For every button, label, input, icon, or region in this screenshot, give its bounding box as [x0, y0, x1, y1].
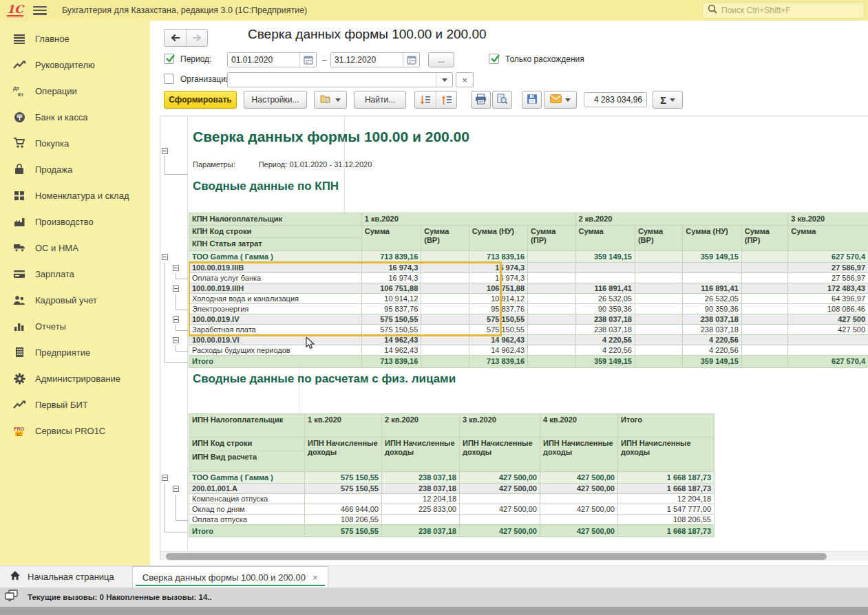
collapse-report-button[interactable]: [162, 148, 168, 154]
row-label[interactable]: Оплата услуг банка: [189, 272, 362, 283]
value-cell[interactable]: 1 668 187,73: [618, 472, 714, 484]
search-input[interactable]: [721, 6, 852, 15]
value-cell[interactable]: 359 149,15: [575, 355, 635, 367]
value-cell[interactable]: 713 839,16: [361, 250, 421, 262]
sidebar-item-1[interactable]: Главное: [0, 25, 150, 52]
value-cell[interactable]: 108 206,55: [618, 515, 714, 525]
settings-button[interactable]: Настройки...: [244, 91, 307, 109]
period-checkbox[interactable]: [164, 54, 174, 64]
row-label[interactable]: ТОО Gamma ( Гамма ): [189, 472, 305, 484]
header-cell[interactable]: 4 кв.2020: [540, 414, 618, 438]
header-cell[interactable]: Сумма (ВР): [635, 226, 682, 250]
header-cell[interactable]: 1 кв.2020: [305, 414, 382, 438]
row-label[interactable]: Компенсация отпуска: [189, 494, 305, 504]
value-cell[interactable]: 10 914,12: [361, 293, 421, 303]
value-cell[interactable]: 575 150,55: [305, 484, 382, 494]
value-cell[interactable]: [635, 303, 682, 314]
value-cell[interactable]: 108 086,46: [788, 303, 868, 314]
value-cell[interactable]: 225 833,00: [382, 504, 460, 515]
value-cell[interactable]: 4 220,56: [575, 334, 635, 345]
header-cell[interactable]: 1 кв.2020: [361, 213, 575, 226]
sidebar-item-9[interactable]: ОС и НМА: [0, 235, 150, 261]
value-cell[interactable]: 4 220,56: [683, 334, 741, 345]
value-cell[interactable]: [460, 494, 540, 504]
header-cell[interactable]: 2 кв.2020: [382, 414, 460, 438]
row-label[interactable]: Заработная плата: [189, 324, 362, 334]
value-cell[interactable]: 16 974,3: [361, 262, 421, 272]
row-label[interactable]: Итого: [189, 355, 362, 367]
sidebar-item-4[interactable]: Банк и касса: [0, 104, 150, 130]
table-row[interactable]: Оклад по дням466 944,00225 833,00427 500…: [189, 504, 714, 515]
value-cell[interactable]: [741, 334, 787, 345]
value-cell[interactable]: [683, 272, 741, 283]
value-cell[interactable]: [528, 283, 575, 293]
header-cell[interactable]: ИПН Начисленные доходы: [305, 438, 382, 472]
value-cell[interactable]: [421, 303, 469, 314]
value-cell[interactable]: 64 396,97: [788, 293, 868, 303]
value-cell[interactable]: 14 962,43: [469, 334, 527, 345]
sidebar-item-5[interactable]: Покупка: [0, 130, 150, 156]
calendar-icon[interactable]: [299, 53, 316, 67]
value-cell[interactable]: [421, 250, 469, 262]
value-cell[interactable]: 627 570,4: [788, 250, 868, 262]
value-cell[interactable]: [683, 262, 741, 272]
find-button[interactable]: Найти...: [354, 91, 406, 109]
value-cell[interactable]: [741, 293, 787, 303]
row-label[interactable]: Расходы будущих периодов: [189, 345, 362, 355]
row-label[interactable]: ТОО Gamma ( Гамма ): [189, 250, 362, 262]
value-cell[interactable]: [421, 355, 469, 367]
value-cell[interactable]: [528, 293, 575, 303]
row-label[interactable]: Оклад по дням: [189, 504, 305, 515]
value-cell[interactable]: 427 500,00: [460, 504, 540, 515]
sum-button[interactable]: Σ: [653, 91, 683, 109]
value-cell[interactable]: 427 500: [788, 314, 868, 324]
sidebar-item-10[interactable]: Зарплата: [0, 261, 150, 287]
header-cell[interactable]: Итого: [618, 414, 714, 438]
sidebar-item-12[interactable]: Отчеты: [0, 313, 150, 339]
period-from-input[interactable]: [228, 53, 299, 67]
value-cell[interactable]: 427 500,00: [540, 484, 618, 494]
value-cell[interactable]: 1 668 187,73: [618, 484, 714, 494]
value-cell[interactable]: 90 359,36: [575, 303, 635, 314]
value-cell[interactable]: [635, 262, 682, 272]
horizontal-scrollbar[interactable]: [160, 551, 868, 561]
report-variants-button[interactable]: [314, 91, 347, 109]
value-cell[interactable]: 627 570,4: [788, 355, 868, 367]
value-cell[interactable]: 1 547 777,00: [618, 504, 714, 515]
main-menu-icon[interactable]: [33, 6, 47, 15]
collapse-group-button[interactable]: [162, 254, 168, 260]
value-cell[interactable]: [421, 293, 469, 303]
collapse-groups-icon[interactable]: [436, 91, 456, 108]
value-cell[interactable]: [741, 345, 787, 355]
value-cell[interactable]: 14 962,43: [361, 334, 421, 345]
header-cell[interactable]: Сумма: [575, 226, 635, 250]
value-cell[interactable]: [635, 345, 682, 355]
value-cell[interactable]: 575 150,55: [361, 324, 421, 334]
value-cell[interactable]: 575 150,55: [305, 472, 382, 484]
collapse-group-button[interactable]: [173, 265, 179, 271]
value-cell[interactable]: 359 149,15: [575, 250, 635, 262]
value-cell[interactable]: [635, 293, 682, 303]
value-cell[interactable]: [635, 324, 682, 334]
value-cell[interactable]: 106 751,88: [469, 283, 527, 293]
collapse-group-button[interactable]: [173, 285, 179, 292]
table-row[interactable]: Итого575 150,55238 037,18427 500,00427 5…: [189, 525, 714, 537]
sidebar-item-2[interactable]: Руководителю: [0, 52, 150, 78]
value-cell[interactable]: 713 839,16: [361, 355, 421, 367]
row-label[interactable]: Оплата отпуска: [189, 515, 305, 525]
value-cell[interactable]: 14 962,43: [469, 345, 527, 355]
value-cell[interactable]: 95 837,76: [361, 303, 421, 314]
chevron-down-icon[interactable]: [436, 73, 452, 87]
header-cell[interactable]: 2 кв.2020: [575, 213, 788, 226]
value-cell[interactable]: [741, 303, 787, 314]
only-differences-checkbox[interactable]: [489, 54, 499, 64]
value-cell[interactable]: [421, 324, 469, 334]
value-cell[interactable]: 359 149,15: [683, 250, 741, 262]
period-to-input[interactable]: [331, 53, 403, 67]
global-search[interactable]: [702, 2, 865, 19]
value-cell[interactable]: 106 751,88: [361, 283, 421, 293]
value-cell[interactable]: [635, 272, 682, 283]
sidebar-item-8[interactable]: Производство: [0, 208, 150, 235]
row-label[interactable]: Холодная вода и канализация: [189, 293, 362, 303]
value-cell[interactable]: [421, 334, 469, 345]
